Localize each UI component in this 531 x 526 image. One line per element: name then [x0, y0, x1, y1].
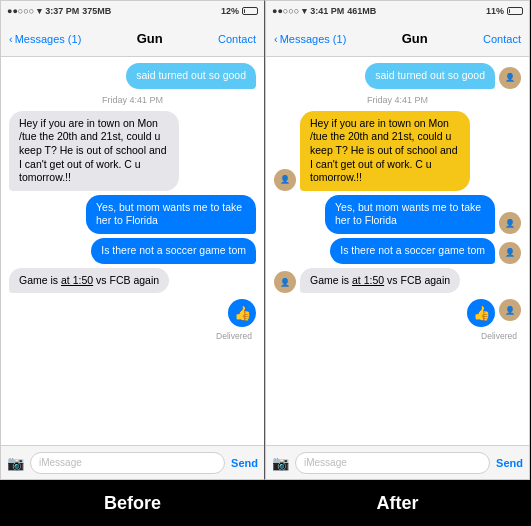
msg-row-sent-teal-right: said turned out so good 👤 [274, 63, 521, 89]
status-left: ●●○○○ ▾ 3:37 PM 375MB [7, 6, 111, 16]
delivered-right: Delivered [274, 331, 521, 341]
imessage-field-right[interactable]: iMessage [295, 452, 490, 474]
imessage-placeholder-left: iMessage [39, 457, 82, 468]
thumbs-up-btn-right1[interactable]: 👍 [467, 299, 495, 327]
data-left: 375MB [82, 6, 111, 16]
bubble-blue1-right: Yes, but mom wants me to take her to Flo… [325, 195, 495, 234]
avatar-thumb-right: 👤 [499, 299, 521, 321]
msg-row-received-game-right: 👤 Game is at 1:50 vs FCB again [274, 268, 521, 294]
status-right: 12% [221, 6, 258, 16]
nav-bar-left: ‹ Messages (1) Gun Contact [1, 21, 264, 57]
avatar-yellow-right: 👤 [274, 169, 296, 191]
send-btn-right[interactable]: Send [496, 457, 523, 469]
msg-row-sent-blue2-right: Is there not a soccer game tom 👤 [274, 238, 521, 264]
after-label: After [265, 493, 530, 514]
right-phone: ●●○○○ ▾ 3:41 PM 461MB 11% ‹ Messages (1)… [265, 0, 530, 480]
time-right: 3:41 PM [310, 6, 344, 16]
thumb-row-right: 👍 👤 [274, 299, 521, 327]
battery-pct-right: 11% [486, 6, 504, 16]
status-right-left: ●●○○○ ▾ 3:41 PM 461MB [272, 6, 376, 16]
carrier-dots-right: ●●○○○ [272, 6, 299, 16]
wifi-icon: ▾ [37, 6, 42, 16]
status-right-right: 11% [486, 6, 523, 16]
input-bar-left: 📷 iMessage Send [1, 445, 264, 479]
carrier-dots: ●●○○○ [7, 6, 34, 16]
msg-row-sent-teal-left: said turned out so good [9, 63, 256, 89]
msg-row-received-gray-left: Hey if you are in town on Mon /tue the 2… [9, 111, 256, 191]
bubble-game-right: Game is at 1:50 vs FCB again [300, 268, 460, 294]
data-right: 461MB [347, 6, 376, 16]
battery-icon-left [242, 7, 258, 15]
labels-row: Before After [0, 480, 531, 526]
back-label-right[interactable]: Messages (1) [280, 33, 347, 45]
status-bar-left: ●●○○○ ▾ 3:37 PM 375MB 12% [1, 1, 264, 21]
battery-icon-right [507, 7, 523, 15]
input-bar-right: 📷 iMessage Send [266, 445, 529, 479]
nav-contact-left[interactable]: Contact [218, 33, 256, 45]
wifi-icon-right: ▾ [302, 6, 307, 16]
msg-row-sent-blue1-right: Yes, but mom wants me to take her to Flo… [274, 195, 521, 234]
nav-bar-right: ‹ Messages (1) Gun Contact [266, 21, 529, 57]
messages-area-right: said turned out so good 👤 Friday 4:41 PM… [266, 57, 529, 447]
msg-row-received-game-left: Game is at 1:50 vs FCB again [9, 268, 256, 294]
status-bar-right: ●●○○○ ▾ 3:41 PM 461MB 11% [266, 1, 529, 21]
nav-title-right: Gun [402, 31, 428, 46]
messages-area-left: said turned out so good Friday 4:41 PM H… [1, 57, 264, 447]
imessage-placeholder-right: iMessage [304, 457, 347, 468]
bubble-gray-left: Hey if you are in town on Mon /tue the 2… [9, 111, 179, 191]
msg-row-sent-blue2-left: Is there not a soccer game tom [9, 238, 256, 264]
battery-pct-left: 12% [221, 6, 239, 16]
avatar-blue1-right: 👤 [499, 212, 521, 234]
timestamp-left: Friday 4:41 PM [9, 95, 256, 105]
thumbs-up-btn-left[interactable]: 👍 [228, 299, 256, 327]
msg-row-received-yellow-right: 👤 Hey if you are in town on Mon /tue the… [274, 111, 521, 191]
bubble-teal-left: said turned out so good [126, 63, 256, 89]
avatar-blue2-right: 👤 [499, 242, 521, 264]
back-chevron-right: ‹ [274, 33, 278, 45]
bubble-game-left: Game is at 1:50 vs FCB again [9, 268, 169, 294]
camera-icon-left[interactable]: 📷 [7, 455, 24, 471]
before-label: Before [0, 493, 265, 514]
back-label-left[interactable]: Messages (1) [15, 33, 82, 45]
avatar-teal-right: 👤 [499, 67, 521, 89]
send-btn-left[interactable]: Send [231, 457, 258, 469]
back-chevron-left: ‹ [9, 33, 13, 45]
thumb-row-left: 👍 [9, 299, 256, 327]
delivered-left: Delivered [9, 331, 256, 341]
imessage-field-left[interactable]: iMessage [30, 452, 225, 474]
msg-row-sent-blue1-left: Yes, but mom wants me to take her to Flo… [9, 195, 256, 234]
bubble-blue2-left: Is there not a soccer game tom [91, 238, 256, 264]
bubble-yellow-right: Hey if you are in town on Mon /tue the 2… [300, 111, 470, 191]
avatar-game-right: 👤 [274, 271, 296, 293]
bubble-teal-right: said turned out so good [365, 63, 495, 89]
nav-back-right[interactable]: ‹ Messages (1) [274, 33, 346, 45]
nav-contact-right[interactable]: Contact [483, 33, 521, 45]
time-left: 3:37 PM [45, 6, 79, 16]
bubble-blue2-right: Is there not a soccer game tom [330, 238, 495, 264]
nav-back-left[interactable]: ‹ Messages (1) [9, 33, 81, 45]
camera-icon-right[interactable]: 📷 [272, 455, 289, 471]
timestamp-right: Friday 4:41 PM [274, 95, 521, 105]
comparison-row: ●●○○○ ▾ 3:37 PM 375MB 12% ‹ Messages (1)… [0, 0, 531, 480]
bubble-blue1-left: Yes, but mom wants me to take her to Flo… [86, 195, 256, 234]
nav-title-left: Gun [137, 31, 163, 46]
left-phone: ●●○○○ ▾ 3:37 PM 375MB 12% ‹ Messages (1)… [0, 0, 265, 480]
